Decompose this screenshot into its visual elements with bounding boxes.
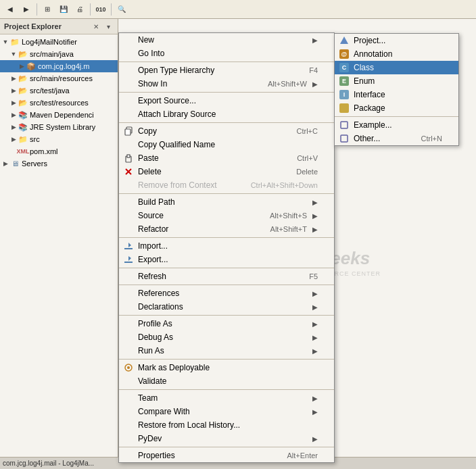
toolbar-sep-1 xyxy=(37,3,37,16)
menu-item-go-into-label: Go Into xyxy=(138,49,318,58)
menu-item-import-label: Import... xyxy=(138,241,318,251)
tree-arrow-src-test-java: ▶ xyxy=(9,87,18,95)
svg-rect-6 xyxy=(127,155,130,157)
ctx-sep-11 xyxy=(119,447,334,447)
menu-item-pydev[interactable]: PyDev ▶ xyxy=(119,432,334,445)
menu-item-export-source[interactable]: Export Source... xyxy=(119,94,334,107)
menu-item-validate[interactable]: Validate xyxy=(119,374,334,388)
tree-arrow-src-main-java: ▼ xyxy=(9,50,18,58)
menu-item-copy-label: Copy xyxy=(138,126,283,136)
tree-item-src-main-res[interactable]: ▶ 📂 src/main/resources xyxy=(0,72,118,84)
tree-item-jre-lib[interactable]: ▶ 📚 JRE System Library xyxy=(0,121,118,133)
menu-item-mark-deployable-label: Mark as Deployable xyxy=(138,363,318,372)
toolbar-print-btn[interactable]: 🖨 xyxy=(72,2,87,17)
panel-minimize-btn[interactable]: ✕ xyxy=(91,21,101,32)
menu-item-validate-label: Validate xyxy=(138,376,318,386)
menu-item-paste[interactable]: Paste Ctrl+V xyxy=(119,151,334,165)
tree-arrow-maven: ▶ xyxy=(9,111,18,119)
menu-item-copy-qualified[interactable]: Copy Qualified Name xyxy=(119,138,334,151)
menu-item-refresh[interactable]: Refresh F5 xyxy=(119,270,334,283)
menu-item-profile-as-label: Profile As xyxy=(138,319,307,328)
menu-item-refactor[interactable]: Refactor Alt+Shift+T ▶ xyxy=(119,222,334,236)
menu-item-properties[interactable]: Properties Alt+Enter xyxy=(119,449,334,462)
new-submenu-example[interactable]: Example... xyxy=(335,118,458,132)
tree-arrow-src-test-res: ▶ xyxy=(9,99,18,107)
menu-item-export-source-label: Export Source... xyxy=(138,96,318,105)
run-as-icon xyxy=(123,345,134,356)
menu-item-import[interactable]: Import... xyxy=(119,239,334,253)
menu-item-attach-lib[interactable]: Attach Library Source xyxy=(119,107,334,121)
menu-item-team[interactable]: Team ▶ xyxy=(119,391,334,405)
menu-item-profile-as[interactable]: Profile As ▶ xyxy=(119,317,334,330)
toolbar-new-btn[interactable]: ⊞ xyxy=(40,2,55,17)
tree-item-pom[interactable]: ▶ XML pom.xml xyxy=(0,145,118,157)
show-in-arrow: ▶ xyxy=(312,80,318,88)
new-submenu-class[interactable]: C Class xyxy=(335,61,458,74)
toolbar-fwd-btn[interactable]: ▶ xyxy=(19,2,34,17)
menu-item-restore-history-label: Restore from Local History... xyxy=(138,420,318,430)
menu-item-remove-ctx-label: Remove from Context xyxy=(138,180,237,190)
menu-item-copy[interactable]: Copy Ctrl+C xyxy=(119,124,334,138)
validate-icon xyxy=(123,376,134,387)
menu-item-new[interactable]: New ▶ Project... @ Annotation C xyxy=(119,33,334,47)
ctx-sep-10 xyxy=(119,389,334,390)
menu-item-export-label: Export... xyxy=(138,255,318,264)
annotation-icon: @ xyxy=(339,49,350,59)
menu-item-mark-deployable[interactable]: Mark as Deployable xyxy=(119,361,334,374)
tree-item-src[interactable]: ▶ 📁 src xyxy=(0,133,118,145)
panel-header-icons: ✕ ▾ xyxy=(91,21,114,32)
new-submenu-annotation[interactable]: @ Annotation xyxy=(335,47,458,61)
tree-item-com-jcg[interactable]: ▶ 📦 com.jcg.log4j.m xyxy=(0,60,118,72)
toolbar-sep-3 xyxy=(111,3,112,16)
server-icon: 🖥 xyxy=(9,158,20,169)
menu-item-show-in[interactable]: Show In Alt+Shift+W ▶ xyxy=(119,77,334,91)
ctx-sep-3 xyxy=(119,122,334,123)
toolbar-search-btn[interactable]: 🔍 xyxy=(114,2,129,17)
tree-label-src-main-res: src/main/resources xyxy=(30,74,93,82)
menu-item-open-type[interactable]: Open Type Hierarchy F4 xyxy=(119,64,334,77)
refactor-icon xyxy=(123,224,134,234)
menu-item-go-into[interactable]: Go Into xyxy=(119,47,334,60)
toolbar-back-btn[interactable]: ◀ xyxy=(3,2,18,17)
menu-item-export[interactable]: Export... xyxy=(119,253,334,266)
tree-label-com-jcg: com.jcg.log4j.m xyxy=(38,62,89,70)
copy-icon xyxy=(123,126,134,137)
new-submenu-package[interactable]: Package xyxy=(335,101,458,115)
ctx-sep-9 xyxy=(119,359,334,360)
menu-item-remove-ctx[interactable]: Remove from Context Ctrl+Alt+Shift+Down xyxy=(119,178,334,192)
panel-menu-btn[interactable]: ▾ xyxy=(103,21,114,32)
tree-item-src-main-java[interactable]: ▼ 📂 src/main/java xyxy=(0,48,118,60)
menu-item-build-path[interactable]: Build Path ▶ xyxy=(119,195,334,209)
folder-icon-src-main-res: 📂 xyxy=(18,73,28,84)
menu-item-references[interactable]: References ▶ xyxy=(119,287,334,300)
toolbar-run-btn[interactable]: 010 xyxy=(93,2,108,17)
project-explorer-header: Project Explorer ✕ ▾ xyxy=(0,19,118,34)
tree-item-maven-dep[interactable]: ▶ 📚 Maven Dependenci xyxy=(0,109,118,121)
refresh-shortcut: F5 xyxy=(309,272,318,280)
menu-item-source[interactable]: Source Alt+Shift+S ▶ xyxy=(119,209,334,222)
tree-item-src-test-java[interactable]: ▶ 📂 src/test/java xyxy=(0,84,118,97)
svg-marker-12 xyxy=(126,256,131,261)
menu-item-restore-history[interactable]: Restore from Local History... xyxy=(119,418,334,432)
menu-item-compare-with[interactable]: Compare With ▶ xyxy=(119,405,334,418)
tree-arrow-com-jcg: ▶ xyxy=(18,62,26,70)
context-menu: New ▶ Project... @ Annotation C xyxy=(118,32,335,463)
tree-item-log4j[interactable]: ▼ 📁 Log4jMailNotifier xyxy=(0,36,118,48)
toolbar-save-btn[interactable]: 💾 xyxy=(56,2,71,17)
team-icon xyxy=(123,393,134,403)
tree-item-servers[interactable]: ▶ 🖥 Servers xyxy=(0,157,118,170)
tree-item-src-test-res[interactable]: ▶ 📂 src/test/resources xyxy=(0,97,118,109)
new-submenu-enum[interactable]: E Enum xyxy=(335,74,458,88)
export-icon xyxy=(123,254,134,265)
menu-item-run-as[interactable]: Run As ▶ xyxy=(119,344,334,357)
new-arrow-icon: ▶ xyxy=(312,36,318,44)
new-submenu-interface[interactable]: I Interface xyxy=(335,88,458,101)
menu-item-delete[interactable]: Delete Delete xyxy=(119,165,334,178)
menu-item-declarations[interactable]: Declarations ▶ xyxy=(119,300,334,314)
new-submenu-project[interactable]: Project... xyxy=(335,34,458,47)
menu-item-debug-as[interactable]: Debug As ▶ xyxy=(119,330,334,344)
new-submenu-other[interactable]: Other... Ctrl+N xyxy=(335,132,458,145)
menu-item-references-label: References xyxy=(138,289,307,298)
menu-item-paste-label: Paste xyxy=(138,153,283,163)
ctx-sep-2 xyxy=(119,92,334,93)
